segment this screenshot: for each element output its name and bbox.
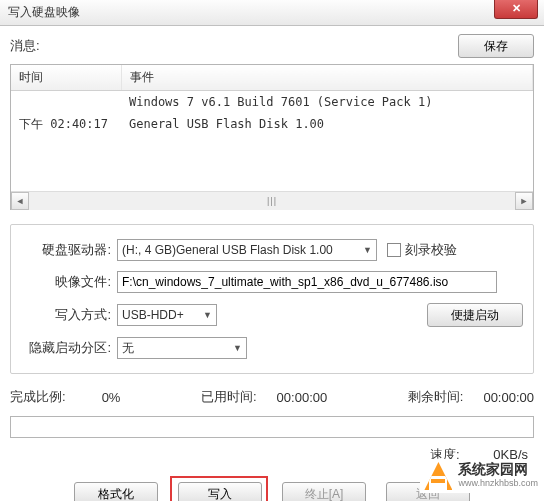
settings-group: 硬盘驱动器: (H:, 4 GB)General USB Flash Disk … [10, 224, 534, 374]
image-path-field[interactable] [117, 271, 497, 293]
write-method-select[interactable]: USB-HDD+ ▼ [117, 304, 217, 326]
message-label: 消息: [10, 37, 40, 55]
done-value: 0% [102, 390, 121, 405]
write-button[interactable]: 写入 [178, 482, 262, 501]
house-icon [424, 462, 452, 490]
drive-select[interactable]: (H:, 4 GB)General USB Flash Disk 1.00 ▼ [117, 239, 377, 261]
log-scrollbar[interactable]: ◄ ||| ► [11, 191, 533, 209]
chevron-down-icon: ▼ [359, 245, 372, 255]
verify-checkbox[interactable]: 刻录校验 [387, 241, 457, 259]
progress-bar [10, 416, 534, 438]
scroll-thumb[interactable]: ||| [29, 192, 515, 210]
close-button[interactable]: ✕ [494, 0, 538, 19]
scroll-right-icon[interactable]: ► [515, 192, 533, 210]
watermark: 系统家园网 www.hnzkhbsb.com [420, 459, 538, 493]
log-panel: 时间 事件 Windows 7 v6.1 Build 7601 (Service… [10, 64, 534, 210]
hidden-label: 隐藏启动分区: [21, 339, 117, 357]
drive-label: 硬盘驱动器: [21, 241, 117, 259]
close-icon: ✕ [512, 2, 521, 15]
log-row: 下午 02:40:17 General USB Flash Disk 1.00 [11, 113, 533, 135]
log-col-time[interactable]: 时间 [11, 65, 121, 91]
log-row: Windows 7 v6.1 Build 7601 (Service Pack … [11, 91, 533, 113]
image-label: 映像文件: [21, 273, 117, 291]
format-button[interactable]: 格式化 [74, 482, 158, 501]
scroll-left-icon[interactable]: ◄ [11, 192, 29, 210]
method-label: 写入方式: [21, 306, 117, 324]
save-button[interactable]: 保存 [458, 34, 534, 58]
done-label: 完成比例: [10, 388, 66, 406]
hidden-partition-select[interactable]: 无 ▼ [117, 337, 247, 359]
abort-button: 终止[A] [282, 482, 366, 501]
chevron-down-icon: ▼ [199, 310, 212, 320]
window-title: 写入硬盘映像 [8, 4, 80, 21]
elapsed-value: 00:00:00 [277, 390, 328, 405]
checkbox-icon [387, 243, 401, 257]
quick-boot-button[interactable]: 便捷启动 [427, 303, 523, 327]
chevron-down-icon: ▼ [229, 343, 242, 353]
elapsed-label: 已用时间: [201, 388, 257, 406]
remain-value: 00:00:00 [483, 390, 534, 405]
log-col-event[interactable]: 事件 [121, 65, 533, 91]
remain-label: 剩余时间: [408, 388, 464, 406]
